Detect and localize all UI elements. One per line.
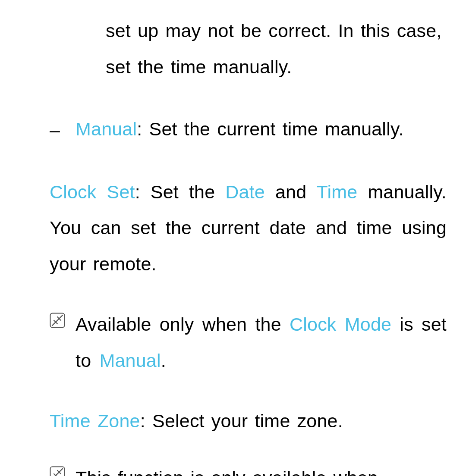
clockmode-term: Clock Mode [290,314,391,335]
note-icon [50,313,65,328]
note-icon [50,466,65,476]
note-available-only: Available only when the Clock Mode is se… [50,307,447,379]
note1-pre: Available only when the [76,314,290,335]
manual-term-2: Manual [99,350,161,371]
timezone-term: Time Zone [50,410,140,431]
bullet-dash: – [50,111,76,148]
date-term: Date [225,182,265,202]
timezone-paragraph: Time Zone: Select your time zone. [50,403,447,439]
intro-fragment-text: set up may not be correct. In this case,… [50,13,447,85]
note-function-only: This function is only available when [50,460,447,476]
clockset-text-and: and [265,182,317,202]
manual-bullet-body: Manual: Set the current time manually. [76,111,447,148]
time-term: Time [317,182,358,202]
manual-page: set up may not be correct. In this case,… [0,0,466,476]
svg-line-7 [52,469,63,476]
clockset-text-1: : Set the [135,182,226,202]
note-icon-container-2 [50,460,76,476]
manual-description: : Set the current time manually. [137,119,403,139]
note1-end: . [161,350,166,371]
note2-text: This function is only available when [76,467,378,476]
clockset-term: Clock Set [50,182,135,202]
note2-body: This function is only available when [76,460,447,476]
timezone-description: : Select your time zone. [140,410,343,431]
manual-term: Manual [76,119,137,139]
svg-rect-4 [50,467,65,476]
manual-bullet-item: – Manual: Set the current time manually. [50,111,447,148]
note1-body: Available only when the Clock Mode is se… [76,307,447,379]
note-icon-container [50,307,76,379]
clockset-paragraph: Clock Set: Set the Date and Time manuall… [50,174,447,283]
